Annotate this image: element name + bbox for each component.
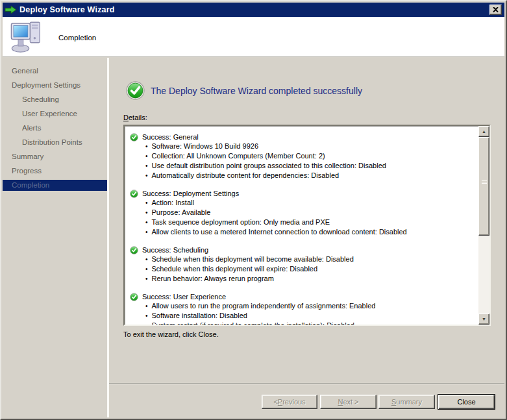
detail-item: Software: Windows 10 Build 9926 [145,142,476,151]
close-icon [493,7,499,12]
scroll-down-button[interactable]: ▼ [478,314,489,325]
success-check-icon [130,293,138,301]
exit-hint: To exit the wizard, click Close. [123,330,219,338]
sidebar-item-scheduling[interactable]: Scheduling [3,94,107,105]
vertical-scrollbar[interactable]: ▲ ▼ [478,126,489,325]
detail-item: Automatically distribute content for dep… [145,171,476,180]
detail-item: Allow users to run the program independe… [145,301,476,311]
success-icon [126,81,145,103]
previous-button[interactable]: < Previous [262,395,317,409]
section-title: Success: General [142,132,199,142]
detail-item: Action: Install [145,198,476,208]
completion-message: The Deploy Software Wizard completed suc… [151,86,362,96]
success-check-icon [130,246,138,254]
details-section: Success: Deployment SettingsAction: Inst… [130,189,476,237]
sidebar-item-user-experience[interactable]: User Experience [3,108,107,119]
close-button[interactable]: Close [438,394,495,410]
sidebar-item-deployment-settings[interactable]: Deployment Settings [3,80,107,91]
computer-icon [9,19,45,58]
detail-item: System restart (if required to complete … [145,321,476,325]
details-label: Details: [123,114,147,121]
sidebar-item-completion[interactable]: Completion [3,180,107,191]
detail-item: Schedule when this deployment will expir… [145,264,476,274]
completion-pane: The Deploy Software Wizard completed suc… [109,58,504,383]
details-section: Success: SchedulingSchedule when this de… [130,245,476,284]
details-section: Success: GeneralSoftware: Windows 10 Bui… [130,132,476,180]
details-content[interactable]: Success: GeneralSoftware: Windows 10 Bui… [125,126,478,325]
detail-item: Collection: All Unknown Computers (Membe… [145,151,476,161]
detail-item: Allow clients to use a metered Internet … [145,227,476,237]
summary-button[interactable]: Summary [378,395,435,409]
next-button[interactable]: Next > [320,395,377,409]
detail-item: Purpose: Available [145,208,476,217]
window-title: Deploy Software Wizard [19,5,115,14]
page-title: Completion [58,34,96,42]
wizard-header: Completion [3,17,504,57]
titlebar: Deploy Software Wizard [3,3,504,17]
arrow-up-icon: ▲ [482,129,486,134]
arrow-down-icon: ▼ [482,317,486,321]
scroll-up-button[interactable]: ▲ [478,126,489,137]
success-check-icon [130,190,138,198]
wizard-arrow-icon [5,5,17,14]
section-title: Success: Scheduling [142,245,208,254]
detail-item: Schedule when this deployment will becom… [145,254,476,264]
close-window-button[interactable] [489,5,502,15]
sidebar-item-progress[interactable]: Progress [3,166,107,177]
deploy-software-wizard-window: Deploy Software Wizard Comple [0,0,507,420]
sidebar-item-distribution-points[interactable]: Distribution Points [3,137,107,148]
section-title: Success: Deployment Settings [142,189,239,198]
details-box: Success: GeneralSoftware: Windows 10 Bui… [123,125,491,326]
sidebar-item-general[interactable]: General [3,66,107,77]
thumb-grip-icon [482,180,487,184]
detail-item: Rerun behavior: Always rerun program [145,274,476,284]
detail-item: Use default distribution point groups as… [145,161,476,171]
detail-item: Task sequence deployment option: Only me… [145,217,476,227]
scrollbar-thumb[interactable] [478,137,489,236]
section-title: Success: User Experience [142,292,226,301]
footer-divider [109,383,504,384]
details-section: Success: User ExperienceAllow users to r… [130,292,476,325]
wizard-steps-sidebar: GeneralDeployment SettingsSchedulingUser… [3,58,107,417]
success-check-icon [130,133,138,142]
detail-item: Software installation: Disabled [145,311,476,321]
sidebar-item-summary[interactable]: Summary [3,151,107,162]
sidebar-item-alerts[interactable]: Alerts [3,123,107,134]
